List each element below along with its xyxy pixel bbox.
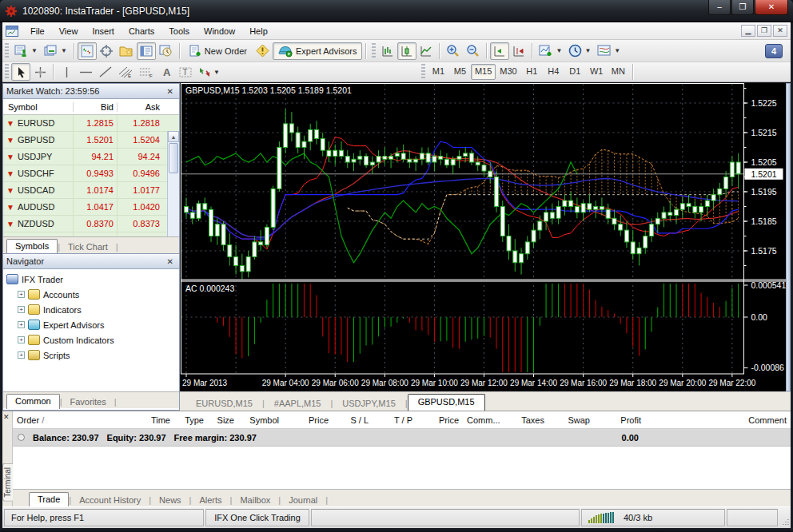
timeframe-w1-button[interactable]: W1 xyxy=(586,64,608,80)
terminal-column-comment[interactable]: Comment xyxy=(645,415,791,425)
chart-window[interactable]: 1.52251.52151.52051.51951.51851.51751.52… xyxy=(181,83,786,391)
menu-window[interactable]: Window xyxy=(197,24,242,38)
terminal-column-symbol[interactable]: Symbol xyxy=(238,415,283,425)
column-bid[interactable]: Bid xyxy=(74,102,118,112)
chart-tab-usdjpy-m15[interactable]: USDJPY,M15 xyxy=(333,396,404,411)
terminal-column-profit[interactable]: Profit xyxy=(594,415,645,425)
navigator-item-expert-advisors[interactable]: +Expert Advisors xyxy=(6,317,179,332)
periods-button[interactable]: ▼ xyxy=(565,42,594,60)
terminal-tab-news[interactable]: News xyxy=(151,494,189,506)
trendline-button[interactable] xyxy=(96,63,115,81)
navigator-item-scripts[interactable]: +Scripts xyxy=(6,347,179,363)
terminal-column-s-l[interactable]: S / L xyxy=(333,415,373,425)
timeframe-d1-button[interactable]: D1 xyxy=(564,64,586,80)
gbpusd-m15-chart[interactable]: 1.52251.52151.52051.51951.51851.51751.52… xyxy=(181,83,786,391)
expand-icon[interactable]: + xyxy=(18,336,25,343)
terminal-tab-account-history[interactable]: Account History xyxy=(71,494,149,506)
mdi-restore-button[interactable]: ❐ xyxy=(757,25,771,37)
navigator-item-custom-indicators[interactable]: +Custom Indicators xyxy=(6,332,179,347)
terminal-column-price[interactable]: Price xyxy=(283,415,333,425)
chart-tab--aapl-m15[interactable]: #AAPL,M15 xyxy=(265,396,331,411)
chart-tab-eurusd-m15[interactable]: EURUSD,M15 xyxy=(186,396,262,411)
mdi-minimize-button[interactable]: ▁ xyxy=(741,25,755,37)
close-button[interactable]: ✕ xyxy=(755,0,788,15)
terminal-column-order[interactable]: Order / xyxy=(13,415,107,425)
profiles-button[interactable]: ▼ xyxy=(41,42,70,60)
templates-button[interactable]: ▼ xyxy=(594,42,624,60)
market-watch-row[interactable]: ▼AUDUSD1.04171.0420 xyxy=(3,199,179,216)
indicators-button[interactable]: ▼ xyxy=(536,42,565,60)
market-watch-scrollbar[interactable]: ▲ ▼ xyxy=(167,131,179,236)
title-bar[interactable]: 1020890: InstaTrader - [GBPUSD,M15] – ❐ … xyxy=(0,0,793,22)
timeframe-m5-button[interactable]: M5 xyxy=(449,64,471,80)
chart-tab-gbpusd-m15[interactable]: GBPUSD,M15 xyxy=(408,394,485,411)
maximize-button[interactable]: ❐ xyxy=(731,0,754,15)
timeframe-h4-button[interactable]: H4 xyxy=(543,64,564,80)
terminal-tab-journal[interactable]: Journal xyxy=(281,494,325,506)
terminal-column-size[interactable]: Size xyxy=(208,415,238,425)
expert-advisors-button[interactable]: Expert Advisors xyxy=(273,42,362,60)
column-symbol[interactable]: Symbol xyxy=(3,102,74,112)
column-ask[interactable]: Ask xyxy=(118,102,163,112)
menu-help[interactable]: Help xyxy=(242,24,275,38)
line-chart-button[interactable] xyxy=(416,42,436,60)
strategy-tester-button[interactable] xyxy=(156,42,176,60)
terminal-tab-mailbox[interactable]: Mailbox xyxy=(232,494,278,506)
zoom-out-button[interactable] xyxy=(463,42,483,60)
mdi-close-button[interactable]: ✕ xyxy=(773,25,787,37)
market-watch-close-icon[interactable]: ✕ xyxy=(165,87,176,96)
one-click-trading-status[interactable]: IFX One Click Trading xyxy=(205,509,309,526)
scroll-up-icon[interactable]: ▲ xyxy=(168,131,179,142)
auto-scroll-button[interactable] xyxy=(490,42,509,60)
terminal-tab-trade[interactable]: Trade xyxy=(29,492,69,507)
terminal-close-icon[interactable]: ✕ xyxy=(3,413,10,421)
balance-row[interactable]: Balance: 230.97 Equity: 230.97 Free marg… xyxy=(13,429,791,447)
data-window-button[interactable] xyxy=(97,42,116,60)
important-news-button[interactable] xyxy=(253,42,273,60)
market-watch-row[interactable]: ▼NZDUSD0.83700.8373 xyxy=(3,216,179,232)
market-watch-row[interactable]: ▼USDJPY94.2194.24 xyxy=(3,149,179,165)
bar-chart-button[interactable] xyxy=(378,42,397,60)
timeframe-m30-button[interactable]: M30 xyxy=(496,64,520,80)
terminal-column-type[interactable]: Type xyxy=(174,415,208,425)
expand-icon[interactable]: + xyxy=(18,306,25,313)
navigator-tab-favorites[interactable]: Favorites xyxy=(62,395,114,408)
crosshair-button[interactable] xyxy=(30,63,50,81)
terminal-tab-alerts[interactable]: Alerts xyxy=(191,494,229,506)
navigator-header[interactable]: Navigator ✕ xyxy=(3,254,179,269)
timeframe-m15-button[interactable]: M15 xyxy=(471,64,496,80)
market-watch-header[interactable]: Market Watch: 23:59:56 ✕ xyxy=(3,84,179,99)
expand-icon[interactable]: + xyxy=(18,351,25,359)
arrows-button[interactable]: ▼ xyxy=(195,63,223,81)
text-button[interactable]: A xyxy=(157,63,176,81)
market-watch-row[interactable]: ▼GBPUSD1.52011.5204 xyxy=(3,132,179,149)
new-order-button[interactable]: New Order xyxy=(183,42,253,60)
market-watch-row[interactable]: ▼EURUSD1.28151.2818 xyxy=(3,115,179,132)
vertical-line-button[interactable] xyxy=(57,63,76,81)
terminal-column-comm-[interactable]: Comm... xyxy=(463,415,503,425)
terminal-vertical-tab[interactable]: Terminal xyxy=(2,463,13,502)
candlestick-chart-button[interactable] xyxy=(397,42,416,60)
chart-shift-button[interactable] xyxy=(509,42,528,60)
menu-insert[interactable]: Insert xyxy=(85,24,122,38)
market-watch-row[interactable]: ▼EURJPY120.75120.78 xyxy=(3,232,179,236)
navigator-close-icon[interactable]: ✕ xyxy=(165,257,176,266)
market-watch-toggle-button[interactable] xyxy=(78,42,97,60)
cursor-button[interactable] xyxy=(11,63,30,81)
navigator-item-indicators[interactable]: +Indicators xyxy=(6,302,179,317)
navigator-item-accounts[interactable]: +Accounts xyxy=(6,287,179,302)
timeframe-mn-button[interactable]: MN xyxy=(608,64,629,80)
toolbar-grip[interactable] xyxy=(5,64,9,80)
terminal-column-time[interactable]: Time xyxy=(107,415,174,425)
toolbar-grip[interactable] xyxy=(421,64,425,80)
chart-vertical-scrollbar[interactable] xyxy=(786,83,791,391)
toolbar-grip[interactable] xyxy=(372,43,376,59)
terminal-toggle-button[interactable] xyxy=(137,42,156,60)
minimize-button[interactable]: – xyxy=(708,0,731,15)
horizontal-line-button[interactable] xyxy=(76,63,96,81)
navigator-root[interactable]: IFX Trader xyxy=(6,272,179,287)
terminal-column-swap[interactable]: Swap xyxy=(548,415,594,425)
timeframe-h1-button[interactable]: H1 xyxy=(521,64,543,80)
equidistant-channel-button[interactable]: E xyxy=(115,63,136,81)
comments-badge[interactable]: 4 xyxy=(765,44,783,58)
